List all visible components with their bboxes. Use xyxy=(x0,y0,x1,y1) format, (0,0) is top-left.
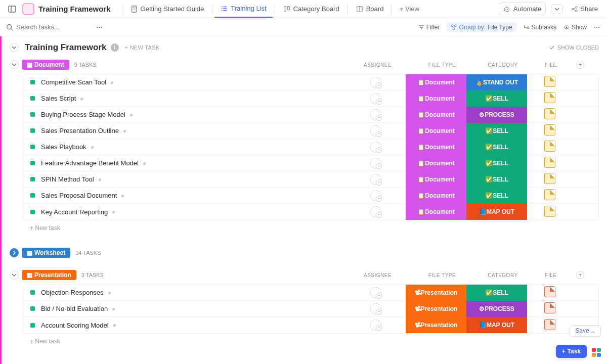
file-type-pill[interactable]: 📋Document xyxy=(406,171,466,188)
share-button[interactable]: Share xyxy=(568,3,601,15)
category-pill[interactable]: ⚙PROCESS xyxy=(466,107,527,123)
category-pill[interactable]: ✅SELL xyxy=(466,139,527,155)
add-assignee-icon[interactable] xyxy=(370,142,381,153)
group-expand-button[interactable] xyxy=(10,248,19,257)
task-name[interactable]: Account Scoring Model xyxy=(41,322,109,329)
column-header-category[interactable]: CATEGORY xyxy=(472,272,533,278)
category-pill[interactable]: ✅SELL xyxy=(466,90,527,107)
add-assignee-icon[interactable] xyxy=(370,303,381,314)
attachment-icon[interactable]: ⚭ xyxy=(108,78,116,86)
task-row[interactable]: Objection Responses ⚭ 📽Presentation ✅SEL… xyxy=(23,285,598,301)
status-icon[interactable] xyxy=(30,112,35,117)
task-name[interactable]: Sales Presentation Outline xyxy=(41,127,119,134)
view-tab-board[interactable]: Board xyxy=(350,0,390,18)
status-icon[interactable] xyxy=(30,145,35,149)
assignee-cell[interactable] xyxy=(370,287,381,298)
file-type-pill[interactable]: 📋Document xyxy=(406,204,466,220)
file-type-pill[interactable]: 📋Document xyxy=(406,107,466,123)
category-pill[interactable]: 📘MAP OUT xyxy=(466,317,527,333)
add-assignee-icon[interactable] xyxy=(370,174,381,185)
add-assignee-icon[interactable] xyxy=(370,109,381,120)
task-row[interactable]: Sales Playbook ⚭ 📋Document ✅SELL xyxy=(23,139,598,155)
attachment-icon[interactable]: ⚭ xyxy=(95,175,104,184)
toolbar-overflow-icon[interactable]: ⋯ xyxy=(594,24,601,31)
status-icon[interactable] xyxy=(30,306,35,311)
task-name[interactable]: Feature Advantage Benefit Model xyxy=(41,159,139,167)
view-tab-training-list[interactable]: Training List xyxy=(214,0,272,18)
task-row[interactable]: Buying Process Stage Model ⚭ 📋Document ⚙… xyxy=(23,107,598,123)
view-tab-category-board[interactable]: Category Board xyxy=(277,0,345,18)
status-icon[interactable] xyxy=(30,290,35,295)
view-tab-getting-started[interactable]: Getting Started Guide xyxy=(124,0,210,18)
add-assignee-icon[interactable] xyxy=(370,158,381,169)
column-header-assignee[interactable]: ASSIGNEE xyxy=(364,272,392,278)
assignee-cell[interactable] xyxy=(370,190,381,201)
category-pill[interactable]: 🏅STAND OUT xyxy=(466,74,527,90)
search-input[interactable] xyxy=(16,23,87,31)
column-header-category[interactable]: CATEGORY xyxy=(472,62,533,68)
add-column-button[interactable]: + xyxy=(576,61,584,69)
column-header-filetype[interactable]: FILE TYPE xyxy=(412,62,472,68)
file-cell[interactable] xyxy=(537,206,562,218)
category-pill[interactable]: ✅SELL xyxy=(466,123,527,139)
task-name[interactable]: Objection Responses xyxy=(41,289,104,296)
task-name[interactable]: Sales Script xyxy=(41,95,76,102)
task-row[interactable]: Sales Proposal Document ⚭ 📋Document ✅SEL… xyxy=(23,188,598,204)
task-name[interactable]: Sales Proposal Document xyxy=(41,192,117,199)
show-button[interactable]: Show xyxy=(563,24,587,31)
group-badge[interactable]: ▦Worksheet xyxy=(22,248,70,258)
task-name[interactable]: Key Account Reporting xyxy=(41,208,108,216)
status-icon[interactable] xyxy=(30,193,35,198)
attachment-icon[interactable]: ⚭ xyxy=(126,110,135,119)
filter-button[interactable]: Filter xyxy=(418,24,440,31)
status-icon[interactable] xyxy=(30,80,35,84)
file-cell[interactable] xyxy=(537,141,562,153)
automate-chevron[interactable] xyxy=(551,4,563,14)
file-type-pill[interactable]: 📋Document xyxy=(406,188,466,204)
assignee-cell[interactable] xyxy=(370,109,381,120)
column-header-file[interactable]: FILE xyxy=(536,272,566,278)
file-cell[interactable] xyxy=(537,189,562,202)
add-assignee-icon[interactable] xyxy=(370,77,381,88)
file-cell[interactable] xyxy=(537,124,562,137)
file-type-pill[interactable]: 📋Document xyxy=(406,155,466,171)
info-icon[interactable]: i xyxy=(111,43,119,52)
task-row[interactable]: Bid / No-bid Evaluation ⚭ 📽Presentation … xyxy=(23,301,598,317)
new-task-button[interactable]: + NEW TASK xyxy=(125,44,160,51)
status-icon[interactable] xyxy=(30,96,35,101)
status-icon[interactable] xyxy=(30,177,35,181)
attachment-icon[interactable]: ⚭ xyxy=(109,208,118,216)
attachment-icon[interactable]: ⚭ xyxy=(109,304,118,313)
subtasks-button[interactable]: Subtasks xyxy=(524,24,556,31)
group-badge[interactable]: ▦Document xyxy=(22,60,69,70)
status-icon[interactable] xyxy=(30,161,35,165)
add-column-button[interactable]: + xyxy=(576,271,584,279)
save-button[interactable]: Save ︽ xyxy=(570,325,601,337)
add-assignee-icon[interactable] xyxy=(370,320,381,331)
file-cell[interactable] xyxy=(537,108,562,121)
file-type-pill[interactable]: 📋Document xyxy=(406,139,466,155)
file-type-pill[interactable]: 📽Presentation xyxy=(406,301,466,317)
category-pill[interactable]: 📘MAP OUT xyxy=(466,204,527,220)
task-name[interactable]: Buying Process Stage Model xyxy=(41,111,125,118)
add-view-button[interactable]: + View xyxy=(394,5,424,13)
task-row[interactable]: Sales Presentation Outline ⚭ 📋Document ✅… xyxy=(23,123,598,139)
assignee-cell[interactable] xyxy=(370,93,381,104)
file-type-pill[interactable]: 📋Document xyxy=(406,123,466,139)
new-task-inline[interactable]: + New task xyxy=(30,220,599,236)
new-task-fab[interactable]: + Task xyxy=(556,345,587,358)
assignee-cell[interactable] xyxy=(370,174,381,185)
file-type-pill[interactable]: 📋Document xyxy=(406,90,466,107)
file-cell[interactable] xyxy=(537,319,562,332)
automate-button[interactable]: Automate xyxy=(499,3,546,15)
assignee-cell[interactable] xyxy=(370,77,381,88)
category-pill[interactable]: ✅SELL xyxy=(466,155,527,171)
add-assignee-icon[interactable] xyxy=(370,190,381,201)
attachment-icon[interactable]: ⚭ xyxy=(105,288,113,297)
category-pill[interactable]: ✅SELL xyxy=(466,188,527,204)
attachment-icon[interactable]: ⚭ xyxy=(118,191,127,200)
assignee-cell[interactable] xyxy=(370,320,381,331)
task-name[interactable]: Competitive Scan Tool xyxy=(41,78,106,86)
panel-toggle-icon[interactable] xyxy=(6,3,18,15)
add-assignee-icon[interactable] xyxy=(370,93,381,104)
